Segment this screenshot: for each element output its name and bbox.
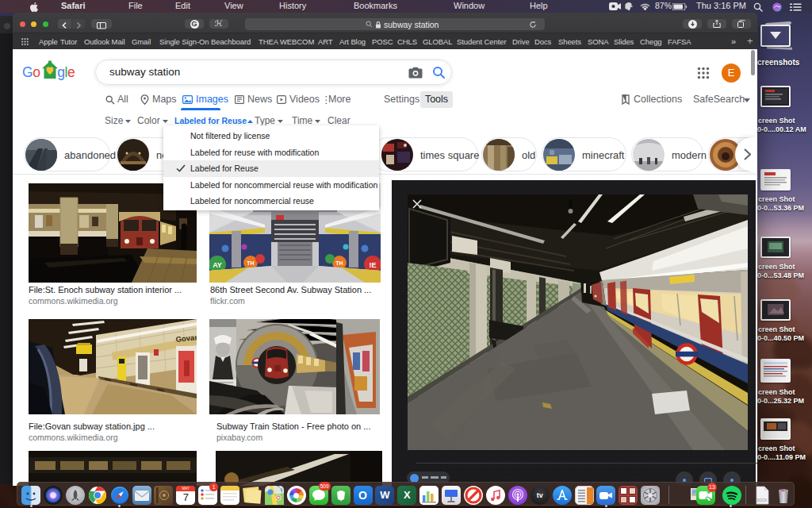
svg-text:DOCK: DOCK bbox=[756, 498, 767, 502]
svg-text:TH: TH bbox=[335, 260, 343, 266]
svg-text:AY: AY bbox=[213, 261, 222, 269]
svg-text:!E: !E bbox=[370, 261, 377, 269]
svg-text:TH: TH bbox=[247, 260, 254, 266]
